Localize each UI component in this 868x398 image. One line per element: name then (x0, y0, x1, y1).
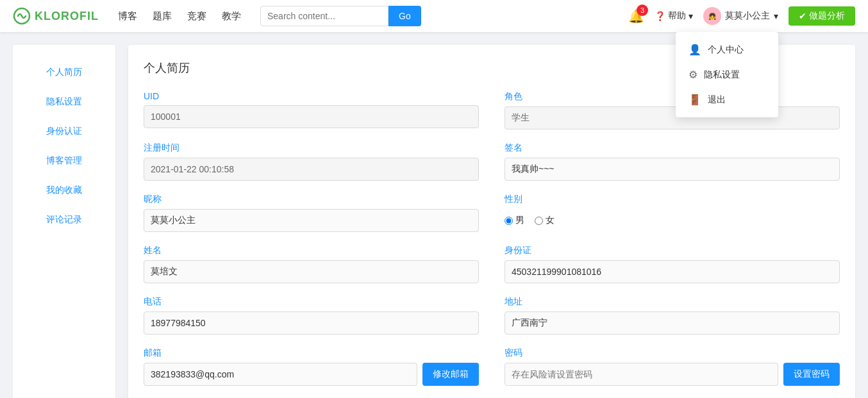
email-field: 邮箱 修改邮箱 (144, 347, 479, 386)
help-button[interactable]: ❓ 帮助 ▾ (655, 10, 693, 22)
logo[interactable]: KLOROFIL (13, 7, 99, 25)
analyze-icon: ✔ (799, 11, 806, 21)
regtime-label: 注册时间 (144, 142, 479, 154)
uid-input[interactable] (144, 105, 479, 128)
dropdown-privacy[interactable]: ⚙ 隐私设置 (676, 62, 778, 87)
gender-male-radio[interactable] (505, 217, 513, 225)
address-input[interactable] (505, 311, 840, 335)
nav-blog[interactable]: 博客 (118, 10, 137, 22)
gender-male-option[interactable]: 男 (505, 215, 524, 226)
idcard-input[interactable] (505, 260, 840, 283)
analyze-label: 做题分析 (809, 10, 845, 22)
dropdown-logout-label: 退出 (708, 94, 726, 106)
user-name: 莫莫小公主 (725, 10, 770, 22)
address-field: 地址 (505, 296, 840, 335)
sidebar: 个人简历 隐私设置 身份认证 博客管理 我的收藏 评论记录 (13, 45, 115, 398)
search-input[interactable] (260, 6, 388, 26)
signature-field: 签名 (505, 142, 840, 181)
signature-label: 签名 (505, 142, 840, 154)
gender-female-label: 女 (546, 215, 555, 226)
nav-teach[interactable]: 教学 (222, 10, 241, 22)
gender-male-label: 男 (515, 215, 524, 226)
gear-icon: ⚙ (689, 69, 697, 81)
role-field: 角色 (505, 91, 840, 129)
dropdown-profile-label: 个人中心 (708, 44, 744, 56)
notification-badge: 3 (637, 4, 648, 16)
dropdown-logout[interactable]: 🚪 退出 (676, 87, 778, 112)
avatar: 👧 (703, 7, 721, 25)
idcard-label: 身份证 (505, 245, 840, 256)
sidebar-item-identity[interactable]: 身份认证 (13, 117, 115, 146)
regtime-field: 注册时间 (144, 142, 479, 181)
idcard-field: 身份证 (505, 245, 840, 283)
password-input-group: 设置密码 (505, 363, 840, 386)
phone-input[interactable] (144, 311, 479, 335)
nickname-field: 昵称 (144, 194, 479, 232)
profile-form: UID 角色 注册时间 签名 昵称 (144, 91, 840, 386)
gender-female-radio[interactable] (535, 217, 543, 225)
password-input[interactable] (505, 363, 778, 386)
notification-button[interactable]: 🔔 3 (628, 8, 644, 24)
logout-icon: 🚪 (689, 94, 701, 106)
email-input[interactable] (144, 363, 417, 386)
dropdown-privacy-label: 隐私设置 (704, 69, 740, 81)
phone-field: 电话 (144, 296, 479, 335)
realname-field: 姓名 (144, 245, 479, 283)
gender-field: 性别 男 女 (505, 194, 840, 232)
address-label: 地址 (505, 296, 840, 308)
set-password-button[interactable]: 设置密码 (783, 363, 840, 386)
help-chevron-icon: ▾ (689, 11, 693, 21)
phone-label: 电话 (144, 296, 479, 308)
sidebar-item-comments[interactable]: 评论记录 (13, 205, 115, 235)
sidebar-item-privacy[interactable]: 隐私设置 (13, 87, 115, 117)
regtime-input[interactable] (144, 158, 479, 181)
sidebar-item-favorites[interactable]: 我的收藏 (13, 176, 115, 205)
password-label: 密码 (505, 347, 840, 359)
realname-label: 姓名 (144, 245, 479, 256)
search-area: Go (260, 6, 421, 26)
gender-female-option[interactable]: 女 (535, 215, 555, 226)
gender-label: 性别 (505, 194, 840, 205)
header-right: 🔔 3 ❓ 帮助 ▾ 👧 莫莫小公主 ▾ ✔ 做题分析 (628, 6, 855, 26)
user-icon: 👤 (689, 44, 701, 56)
logo-text: KLOROFIL (35, 10, 99, 23)
search-button[interactable]: Go (388, 6, 421, 26)
gender-group: 男 女 (505, 209, 840, 232)
email-label: 邮箱 (144, 347, 479, 359)
nickname-label: 昵称 (144, 194, 479, 205)
help-label: 帮助 (668, 10, 686, 22)
role-label: 角色 (505, 91, 840, 103)
header: KLOROFIL 博客 题库 竞赛 教学 Go 🔔 3 ❓ 帮助 ▾ 👧 莫莫小… (0, 0, 868, 32)
nav-contest[interactable]: 竞赛 (187, 10, 206, 22)
sidebar-item-profile[interactable]: 个人简历 (13, 58, 115, 87)
realname-input[interactable] (144, 260, 479, 283)
role-input[interactable] (505, 106, 840, 129)
user-chevron-icon: ▾ (774, 11, 778, 21)
user-button[interactable]: 👧 莫莫小公主 ▾ (703, 7, 778, 25)
user-dropdown: 👤 个人中心 ⚙ 隐私设置 🚪 退出 (676, 32, 778, 117)
email-input-group: 修改邮箱 (144, 363, 479, 386)
uid-field: UID (144, 91, 479, 129)
analyze-button[interactable]: ✔ 做题分析 (789, 6, 855, 26)
nav-problems[interactable]: 题库 (153, 10, 172, 22)
logo-icon (13, 7, 31, 25)
sidebar-item-blog[interactable]: 博客管理 (13, 146, 115, 176)
help-icon: ❓ (655, 11, 665, 21)
main-nav: 博客 题库 竞赛 教学 (118, 10, 241, 22)
dropdown-profile[interactable]: 👤 个人中心 (676, 37, 778, 62)
edit-email-button[interactable]: 修改邮箱 (422, 363, 479, 386)
password-field: 密码 设置密码 (505, 347, 840, 386)
signature-input[interactable] (505, 158, 840, 181)
uid-label: UID (144, 91, 479, 101)
nickname-input[interactable] (144, 209, 479, 232)
